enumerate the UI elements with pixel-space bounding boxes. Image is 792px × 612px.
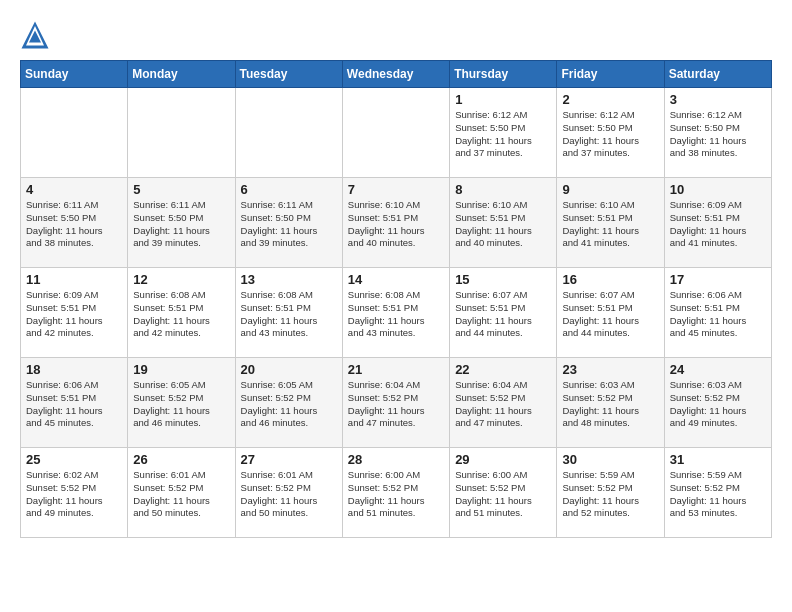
calendar-cell: 8Sunrise: 6:10 AM Sunset: 5:51 PM Daylig… xyxy=(450,178,557,268)
calendar-cell: 2Sunrise: 6:12 AM Sunset: 5:50 PM Daylig… xyxy=(557,88,664,178)
calendar-cell: 20Sunrise: 6:05 AM Sunset: 5:52 PM Dayli… xyxy=(235,358,342,448)
calendar-cell: 26Sunrise: 6:01 AM Sunset: 5:52 PM Dayli… xyxy=(128,448,235,538)
day-number: 24 xyxy=(670,362,766,377)
day-info: Sunrise: 6:11 AM Sunset: 5:50 PM Dayligh… xyxy=(26,199,122,250)
day-info: Sunrise: 6:06 AM Sunset: 5:51 PM Dayligh… xyxy=(26,379,122,430)
day-number: 25 xyxy=(26,452,122,467)
calendar-cell: 30Sunrise: 5:59 AM Sunset: 5:52 PM Dayli… xyxy=(557,448,664,538)
calendar-table: SundayMondayTuesdayWednesdayThursdayFrid… xyxy=(20,60,772,538)
calendar-cell: 17Sunrise: 6:06 AM Sunset: 5:51 PM Dayli… xyxy=(664,268,771,358)
calendar-week-row: 1Sunrise: 6:12 AM Sunset: 5:50 PM Daylig… xyxy=(21,88,772,178)
day-number: 19 xyxy=(133,362,229,377)
calendar-cell: 21Sunrise: 6:04 AM Sunset: 5:52 PM Dayli… xyxy=(342,358,449,448)
calendar-cell: 27Sunrise: 6:01 AM Sunset: 5:52 PM Dayli… xyxy=(235,448,342,538)
day-number: 16 xyxy=(562,272,658,287)
calendar-cell: 13Sunrise: 6:08 AM Sunset: 5:51 PM Dayli… xyxy=(235,268,342,358)
day-number: 23 xyxy=(562,362,658,377)
day-number: 4 xyxy=(26,182,122,197)
calendar-cell: 5Sunrise: 6:11 AM Sunset: 5:50 PM Daylig… xyxy=(128,178,235,268)
calendar-cell: 14Sunrise: 6:08 AM Sunset: 5:51 PM Dayli… xyxy=(342,268,449,358)
day-number: 2 xyxy=(562,92,658,107)
calendar-cell: 6Sunrise: 6:11 AM Sunset: 5:50 PM Daylig… xyxy=(235,178,342,268)
day-number: 20 xyxy=(241,362,337,377)
day-info: Sunrise: 6:05 AM Sunset: 5:52 PM Dayligh… xyxy=(133,379,229,430)
calendar-header-row: SundayMondayTuesdayWednesdayThursdayFrid… xyxy=(21,61,772,88)
day-number: 22 xyxy=(455,362,551,377)
calendar-cell: 18Sunrise: 6:06 AM Sunset: 5:51 PM Dayli… xyxy=(21,358,128,448)
logo xyxy=(20,20,54,50)
calendar-cell: 11Sunrise: 6:09 AM Sunset: 5:51 PM Dayli… xyxy=(21,268,128,358)
day-number: 9 xyxy=(562,182,658,197)
day-number: 15 xyxy=(455,272,551,287)
calendar-cell: 25Sunrise: 6:02 AM Sunset: 5:52 PM Dayli… xyxy=(21,448,128,538)
day-number: 7 xyxy=(348,182,444,197)
day-number: 1 xyxy=(455,92,551,107)
day-number: 10 xyxy=(670,182,766,197)
calendar-cell xyxy=(342,88,449,178)
day-info: Sunrise: 6:05 AM Sunset: 5:52 PM Dayligh… xyxy=(241,379,337,430)
day-info: Sunrise: 6:00 AM Sunset: 5:52 PM Dayligh… xyxy=(348,469,444,520)
day-number: 18 xyxy=(26,362,122,377)
day-header-monday: Monday xyxy=(128,61,235,88)
day-header-sunday: Sunday xyxy=(21,61,128,88)
day-info: Sunrise: 6:00 AM Sunset: 5:52 PM Dayligh… xyxy=(455,469,551,520)
page-header xyxy=(20,20,772,50)
day-info: Sunrise: 6:09 AM Sunset: 5:51 PM Dayligh… xyxy=(26,289,122,340)
calendar-cell: 31Sunrise: 5:59 AM Sunset: 5:52 PM Dayli… xyxy=(664,448,771,538)
day-number: 5 xyxy=(133,182,229,197)
day-number: 14 xyxy=(348,272,444,287)
day-info: Sunrise: 6:12 AM Sunset: 5:50 PM Dayligh… xyxy=(670,109,766,160)
day-info: Sunrise: 6:12 AM Sunset: 5:50 PM Dayligh… xyxy=(562,109,658,160)
day-info: Sunrise: 6:07 AM Sunset: 5:51 PM Dayligh… xyxy=(455,289,551,340)
day-number: 30 xyxy=(562,452,658,467)
day-number: 28 xyxy=(348,452,444,467)
day-info: Sunrise: 6:11 AM Sunset: 5:50 PM Dayligh… xyxy=(241,199,337,250)
calendar-cell xyxy=(128,88,235,178)
calendar-cell: 24Sunrise: 6:03 AM Sunset: 5:52 PM Dayli… xyxy=(664,358,771,448)
calendar-cell: 7Sunrise: 6:10 AM Sunset: 5:51 PM Daylig… xyxy=(342,178,449,268)
day-info: Sunrise: 6:03 AM Sunset: 5:52 PM Dayligh… xyxy=(670,379,766,430)
day-number: 31 xyxy=(670,452,766,467)
calendar-cell: 3Sunrise: 6:12 AM Sunset: 5:50 PM Daylig… xyxy=(664,88,771,178)
day-number: 12 xyxy=(133,272,229,287)
calendar-week-row: 25Sunrise: 6:02 AM Sunset: 5:52 PM Dayli… xyxy=(21,448,772,538)
day-number: 3 xyxy=(670,92,766,107)
day-number: 27 xyxy=(241,452,337,467)
day-info: Sunrise: 6:10 AM Sunset: 5:51 PM Dayligh… xyxy=(562,199,658,250)
calendar-week-row: 18Sunrise: 6:06 AM Sunset: 5:51 PM Dayli… xyxy=(21,358,772,448)
calendar-cell: 9Sunrise: 6:10 AM Sunset: 5:51 PM Daylig… xyxy=(557,178,664,268)
day-info: Sunrise: 6:08 AM Sunset: 5:51 PM Dayligh… xyxy=(348,289,444,340)
day-info: Sunrise: 6:10 AM Sunset: 5:51 PM Dayligh… xyxy=(455,199,551,250)
calendar-week-row: 4Sunrise: 6:11 AM Sunset: 5:50 PM Daylig… xyxy=(21,178,772,268)
day-number: 29 xyxy=(455,452,551,467)
day-info: Sunrise: 6:08 AM Sunset: 5:51 PM Dayligh… xyxy=(241,289,337,340)
calendar-cell xyxy=(21,88,128,178)
calendar-cell: 10Sunrise: 6:09 AM Sunset: 5:51 PM Dayli… xyxy=(664,178,771,268)
calendar-cell: 1Sunrise: 6:12 AM Sunset: 5:50 PM Daylig… xyxy=(450,88,557,178)
day-header-thursday: Thursday xyxy=(450,61,557,88)
day-info: Sunrise: 6:08 AM Sunset: 5:51 PM Dayligh… xyxy=(133,289,229,340)
calendar-cell: 28Sunrise: 6:00 AM Sunset: 5:52 PM Dayli… xyxy=(342,448,449,538)
day-info: Sunrise: 6:12 AM Sunset: 5:50 PM Dayligh… xyxy=(455,109,551,160)
day-info: Sunrise: 6:03 AM Sunset: 5:52 PM Dayligh… xyxy=(562,379,658,430)
calendar-week-row: 11Sunrise: 6:09 AM Sunset: 5:51 PM Dayli… xyxy=(21,268,772,358)
calendar-cell: 12Sunrise: 6:08 AM Sunset: 5:51 PM Dayli… xyxy=(128,268,235,358)
day-info: Sunrise: 6:11 AM Sunset: 5:50 PM Dayligh… xyxy=(133,199,229,250)
day-info: Sunrise: 6:09 AM Sunset: 5:51 PM Dayligh… xyxy=(670,199,766,250)
day-number: 26 xyxy=(133,452,229,467)
day-info: Sunrise: 6:01 AM Sunset: 5:52 PM Dayligh… xyxy=(241,469,337,520)
day-number: 11 xyxy=(26,272,122,287)
day-header-wednesday: Wednesday xyxy=(342,61,449,88)
day-number: 21 xyxy=(348,362,444,377)
calendar-cell: 29Sunrise: 6:00 AM Sunset: 5:52 PM Dayli… xyxy=(450,448,557,538)
day-info: Sunrise: 6:06 AM Sunset: 5:51 PM Dayligh… xyxy=(670,289,766,340)
day-header-tuesday: Tuesday xyxy=(235,61,342,88)
day-number: 13 xyxy=(241,272,337,287)
logo-icon xyxy=(20,20,50,50)
day-info: Sunrise: 6:10 AM Sunset: 5:51 PM Dayligh… xyxy=(348,199,444,250)
day-info: Sunrise: 5:59 AM Sunset: 5:52 PM Dayligh… xyxy=(562,469,658,520)
day-number: 8 xyxy=(455,182,551,197)
day-info: Sunrise: 6:02 AM Sunset: 5:52 PM Dayligh… xyxy=(26,469,122,520)
day-info: Sunrise: 6:04 AM Sunset: 5:52 PM Dayligh… xyxy=(348,379,444,430)
calendar-cell: 4Sunrise: 6:11 AM Sunset: 5:50 PM Daylig… xyxy=(21,178,128,268)
